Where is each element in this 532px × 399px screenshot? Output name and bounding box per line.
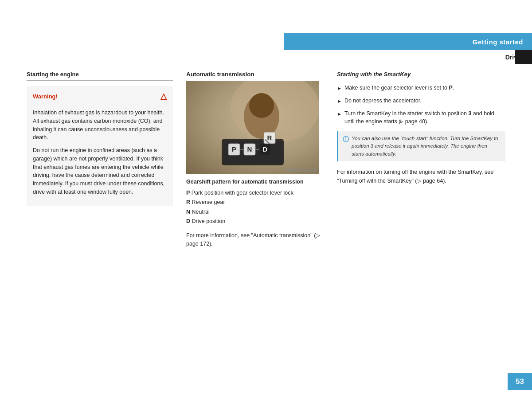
svg-text:P: P [232, 145, 236, 153]
left-column: Starting the engine Warning! △ Inhalatio… [27, 71, 173, 364]
gear-caption: Gearshift pattern for automatic transmis… [186, 179, 324, 185]
bullet-text-1: Make sure the gear selector lever is set… [344, 84, 454, 92]
warning-icon: △ [160, 91, 167, 101]
warning-label: Warning! [33, 93, 58, 100]
header-title: Getting started [473, 38, 523, 46]
arrow-icon-1: ► [337, 85, 342, 92]
bullet-text-3: Turn the SmartKey in the starter switch … [344, 110, 505, 126]
bullet-list: ► Make sure the gear selector lever is s… [337, 84, 505, 126]
header-bar: Getting started [284, 33, 532, 50]
svg-point-2 [249, 93, 274, 118]
svg-text:D: D [263, 145, 268, 153]
page-number-box: 53 [508, 373, 532, 390]
list-item: N Neutral [186, 207, 324, 217]
list-item: ► Turn the SmartKey in the starter switc… [337, 110, 505, 126]
gear-photo-svg: P N D R [186, 81, 319, 174]
middle-column: Automatic transmission P N [186, 71, 324, 364]
image-reference: P68.20-3542-31 [285, 168, 317, 172]
info-box: ⓘ You can also use the "touch-start" fun… [337, 131, 505, 161]
svg-text:R: R [267, 134, 272, 141]
svg-text:N: N [247, 145, 252, 153]
page-number: 53 [516, 377, 524, 386]
warning-title: Warning! △ [33, 91, 167, 101]
warning-box: Warning! △ Inhalation of exhaust gas is … [27, 86, 173, 206]
gear-image: P N D R P68.20-3542-31 [186, 81, 319, 174]
list-item: P Park position with gear selector lever… [186, 188, 324, 198]
gear-key-d: D [186, 218, 190, 224]
list-item: R Reverse gear [186, 198, 324, 207]
list-item: D Drive position [186, 217, 324, 226]
more-info-text: For more information, see "Automatic tra… [186, 231, 324, 248]
starting-engine-title: Starting the engine [27, 71, 173, 78]
para-text: For information on turning off the engin… [337, 168, 505, 185]
gear-desc-p: Park position with gear selector lever l… [192, 190, 293, 196]
warning-divider [33, 104, 167, 104]
list-item: ► Make sure the gear selector lever is s… [337, 84, 505, 92]
smartkey-title: Starting with the SmartKey [337, 71, 505, 78]
info-box-text: You can also use the "touch-start" funct… [352, 135, 501, 158]
right-column: Starting with the SmartKey ► Make sure t… [337, 71, 505, 364]
transmission-title: Automatic transmission [186, 71, 324, 78]
subheader-accent-block [515, 50, 532, 64]
gear-key-p: P [186, 190, 190, 196]
warning-text-2: Do not run the engine in confined areas … [33, 146, 167, 196]
gear-desc-d: Drive position [192, 218, 226, 224]
gear-key-r: R [186, 199, 190, 205]
main-content: Starting the engine Warning! △ Inhalatio… [27, 71, 505, 364]
gear-desc-r: Reverse gear [192, 199, 225, 205]
arrow-icon-2: ► [337, 98, 342, 105]
warning-text-1: Inhalation of exhaust gas is hazardous t… [33, 109, 167, 142]
gear-desc-n: Neutral [192, 209, 210, 215]
list-item: ► Do not depress the accelerator. [337, 97, 505, 105]
bullet-text-2: Do not depress the accelerator. [344, 97, 422, 105]
arrow-icon-3: ► [337, 110, 342, 118]
info-icon: ⓘ [343, 135, 349, 158]
gear-list: P Park position with gear selector lever… [186, 188, 324, 226]
gear-key-n: N [186, 209, 190, 215]
section-divider [27, 80, 173, 81]
